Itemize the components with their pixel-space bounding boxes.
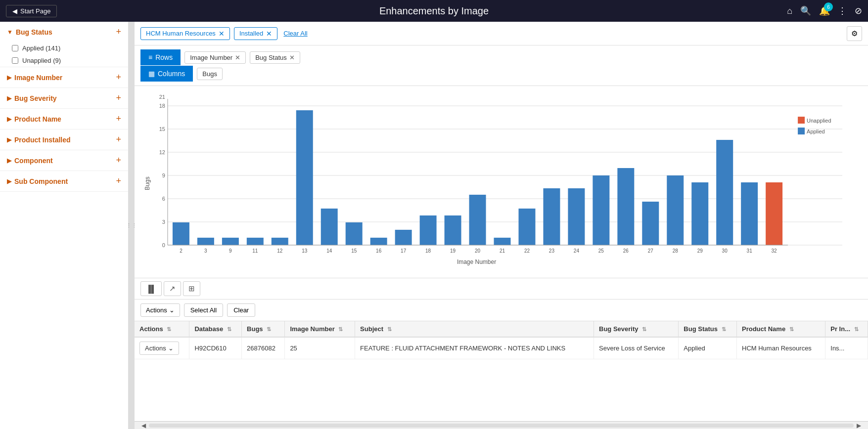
scroll-track[interactable]: [149, 424, 854, 428]
row-actions-icon: ⌄: [168, 344, 174, 352]
unapplied-checkbox[interactable]: [12, 57, 18, 64]
filter-tag-hcm-close[interactable]: ✕: [219, 30, 225, 38]
more-icon: ⋮: [838, 5, 847, 16]
chip-bug-status-close[interactable]: ✕: [289, 54, 295, 61]
svg-text:31: 31: [747, 248, 753, 254]
sidebar-section-bug-status: ▼ Bug Status + Applied (141) Unapplied (…: [0, 22, 128, 67]
bar-18-applied: [420, 215, 437, 245]
bar-chart-button[interactable]: ▐▌: [140, 281, 162, 296]
sidebar-item-unapplied[interactable]: Unapplied (9): [0, 54, 128, 67]
cell-product-name: HCM Human Resources: [737, 337, 825, 359]
svg-text:13: 13: [302, 248, 308, 254]
notification-button[interactable]: 🔔 6: [819, 5, 830, 16]
bar-26-applied: [617, 168, 634, 245]
filter-tag-installed-label: Installed: [239, 30, 263, 37]
sidebar-label-bug-severity: Bug Severity: [14, 94, 57, 102]
chart-area: Bugs 0 3 6 9 12 15 18 21: [135, 86, 868, 278]
sidebar-section-product-name: ▶ Product Name +: [0, 109, 128, 129]
start-page-button[interactable]: ◀ Start Page: [6, 5, 57, 17]
columns-button[interactable]: ▦ Columns: [140, 66, 193, 82]
chip-image-number-close[interactable]: ✕: [235, 54, 240, 61]
sidebar-item-applied[interactable]: Applied (141): [0, 42, 128, 54]
svg-text:23: 23: [549, 248, 555, 254]
filter-tag-installed-close[interactable]: ✕: [266, 30, 272, 38]
bar-29-applied: [691, 182, 708, 245]
chip-bug-status-label: Bug Status: [255, 54, 287, 61]
chevron-down-icon: ▼: [7, 29, 13, 36]
sort-icon-bug-status: ⇅: [722, 326, 726, 332]
more-button[interactable]: ⋮: [838, 5, 847, 16]
add-bug-status-button[interactable]: +: [116, 27, 121, 37]
bar-23-applied: [543, 188, 560, 245]
sidebar: ▼ Bug Status + Applied (141) Unapplied (…: [0, 22, 129, 429]
svg-text:3: 3: [162, 219, 165, 225]
start-page-label: Start Page: [20, 7, 50, 15]
svg-text:11: 11: [252, 248, 258, 254]
add-image-number-button[interactable]: +: [116, 72, 121, 83]
svg-text:28: 28: [673, 248, 679, 254]
rows-button[interactable]: ≡ Rows: [140, 49, 181, 65]
sidebar-collapse-handle[interactable]: ⋮⋮: [129, 22, 135, 429]
sidebar-header-product-name[interactable]: ▶ Product Name +: [0, 109, 128, 129]
block-button[interactable]: ⊘: [855, 5, 862, 16]
svg-text:2: 2: [180, 248, 183, 254]
sidebar-header-product-installed[interactable]: ▶ Product Installed +: [0, 129, 128, 150]
select-all-button[interactable]: Select All: [184, 303, 223, 317]
svg-text:25: 25: [598, 248, 604, 254]
settings-icon: ⚙: [851, 29, 858, 38]
scroll-left-arrow[interactable]: ◀: [138, 422, 149, 429]
scroll-right-arrow[interactable]: ▶: [854, 422, 864, 429]
sidebar-header-component[interactable]: ▶ Component +: [0, 150, 128, 171]
svg-text:32: 32: [772, 248, 777, 254]
applied-checkbox[interactable]: [12, 45, 18, 51]
clear-selection-button[interactable]: Clear: [227, 303, 255, 317]
actions-label: Actions: [146, 306, 167, 314]
sidebar-header-bug-severity[interactable]: ▶ Bug Severity +: [0, 88, 128, 108]
table-row: Actions ⌄ H92CD610 26876082 25 FEATURE :…: [135, 337, 868, 359]
sidebar-section-bug-severity: ▶ Bug Severity +: [0, 88, 128, 109]
sort-icon-actions: ⇅: [167, 326, 171, 332]
bar-chart: Bugs 0 3 6 9 12 15 18 21: [140, 92, 862, 270]
sidebar-header-image-number[interactable]: ▶ Image Number +: [0, 67, 128, 87]
sort-icon-image-number: ⇅: [338, 326, 343, 332]
settings-button[interactable]: ⚙: [847, 26, 862, 41]
home-button[interactable]: ⌂: [787, 6, 792, 16]
bar-15-applied: [346, 222, 363, 245]
add-sub-component-button[interactable]: +: [116, 176, 121, 186]
table-chart-button[interactable]: ⊞: [183, 281, 200, 296]
chart-controls: ▐▌ ↗ ⊞: [135, 278, 868, 300]
actions-dropdown[interactable]: Actions ⌄: [140, 303, 180, 317]
add-product-name-button[interactable]: +: [116, 114, 121, 124]
sidebar-label-component: Component: [14, 157, 53, 165]
horizontal-scroll-bar[interactable]: ◀ ▶: [135, 421, 868, 429]
chevron-right-icon-6: ▶: [7, 178, 11, 185]
svg-text:17: 17: [401, 248, 407, 254]
row-actions-dropdown[interactable]: Actions ⌄: [139, 342, 179, 355]
svg-text:12: 12: [277, 248, 283, 254]
cell-subject: FEATURE : FLUID ATTACHMENT FRAMEWORK - N…: [355, 337, 594, 359]
chip-bugs[interactable]: Bugs: [197, 68, 223, 80]
sidebar-header-sub-component[interactable]: ▶ Sub Component +: [0, 171, 128, 191]
top-nav: ◀ Start Page Enhancements by Image ⌂ 🔍 🔔…: [0, 0, 868, 22]
col-header-subject: Subject ⇅: [355, 321, 594, 337]
svg-text:14: 14: [326, 248, 332, 254]
cell-product-installed: Ins...: [825, 337, 868, 359]
line-chart-button[interactable]: ↗: [164, 281, 181, 296]
sort-icon-product-installed: ⇅: [854, 326, 859, 332]
filter-tag-hcm[interactable]: HCM Human Resources ✕: [140, 27, 230, 40]
add-bug-severity-button[interactable]: +: [116, 93, 121, 103]
bar-chart-icon: ▐▌: [146, 285, 156, 293]
sidebar-section-image-number: ▶ Image Number +: [0, 67, 128, 88]
clear-all-button[interactable]: Clear All: [283, 30, 307, 37]
add-component-button[interactable]: +: [116, 155, 121, 166]
chip-bug-status[interactable]: Bug Status ✕: [250, 51, 300, 64]
sidebar-header-bug-status[interactable]: ▼ Bug Status +: [0, 22, 128, 42]
add-product-installed-button[interactable]: +: [116, 134, 121, 145]
svg-text:18: 18: [425, 248, 431, 254]
search-button[interactable]: 🔍: [800, 5, 811, 16]
search-icon: 🔍: [800, 5, 811, 16]
filter-tag-installed[interactable]: Installed ✕: [234, 27, 277, 40]
chip-image-number[interactable]: Image Number ✕: [184, 51, 246, 64]
chevron-right-icon-2: ▶: [7, 95, 11, 102]
chevron-right-icon-5: ▶: [7, 157, 11, 164]
